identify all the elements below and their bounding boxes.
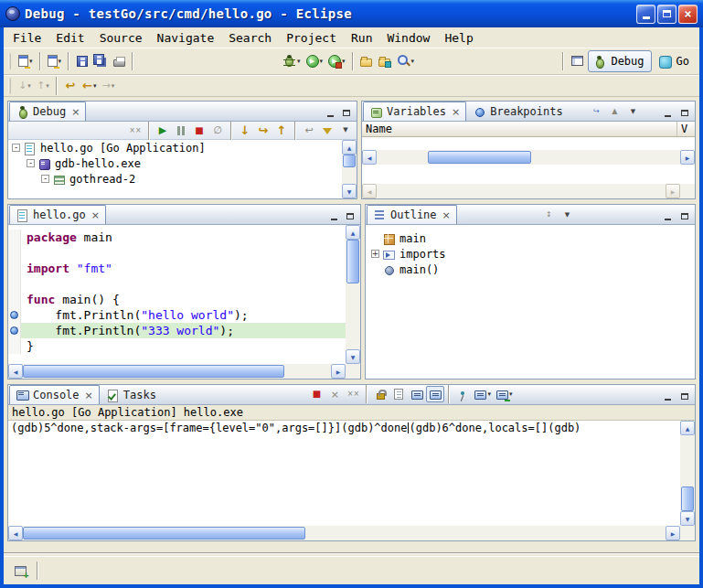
maximize-view-button[interactable] [677,209,692,222]
scroll-right-button[interactable]: ▶ [331,364,346,379]
scrollbar-thumb[interactable] [428,151,531,164]
tab-variables[interactable]: Variables× [363,102,466,121]
dropdown-icon[interactable]: ▾ [509,390,513,398]
show-stdout-button[interactable] [408,386,426,402]
scrollbar-track[interactable] [346,240,360,349]
use-step-filters-button[interactable] [318,123,336,139]
gutter-cell[interactable] [8,338,21,354]
view-menu-button[interactable]: ▼ [623,103,642,120]
scroll-up-button[interactable]: ▲ [680,421,695,435]
open-folder-button[interactable] [357,50,376,72]
menu-project[interactable]: Project [279,28,344,48]
code-line[interactable] [8,276,346,292]
back-button[interactable]: ←▾ [80,75,99,97]
save-button[interactable] [73,50,91,72]
scroll-down-button[interactable]: ▼ [680,511,695,526]
dropdown-icon[interactable]: ▾ [320,58,324,65]
external-tools-button[interactable]: ▶▾ [325,50,348,72]
scroll-left-button[interactable]: ◀ [8,526,23,540]
console-output[interactable]: (gdb)5^done,stack-args=[frame={level="0"… [8,421,680,526]
scroll-left-button[interactable]: ◀ [362,150,377,165]
menu-run[interactable]: Run [344,28,379,48]
code-line[interactable]: func main() { [8,292,346,307]
remove-launch-button[interactable]: × [325,386,344,402]
scrollbar-thumb[interactable] [343,155,356,167]
last-edit-location-button[interactable]: ↩ [61,75,80,97]
minimize-view-button[interactable] [326,209,341,222]
scrollbar-thumb[interactable] [23,365,284,378]
maximize-view-button[interactable] [677,390,692,402]
variables-horizontal-scrollbar[interactable]: ◀ ▶ [362,150,695,165]
remove-all-launches-button[interactable]: ×× [344,386,362,402]
run-button[interactable]: ▶▾ [304,50,326,72]
perspective-debug[interactable]: Debug [588,50,651,72]
display-selected-console-button[interactable]: ▾ [472,386,494,402]
scrollbar-thumb[interactable] [23,527,305,540]
debug-tree-item[interactable]: -gothread-2 [8,171,342,187]
dropdown-icon[interactable]: ▾ [59,58,62,65]
search-button[interactable]: ▾ [394,50,418,72]
toolbar-grip[interactable] [8,53,11,69]
tab-breakpoints[interactable]: Breakpoints [467,102,570,121]
editor-vertical-scrollbar[interactable]: ▲ ▼ [346,225,360,364]
forward-button[interactable]: →▾ [99,75,117,97]
debug-button[interactable]: ▾ [280,50,304,72]
scroll-down-button[interactable]: ▼ [342,184,357,198]
toolbar-grip[interactable] [8,78,11,94]
step-into-button[interactable]: ↓ [236,123,254,139]
maximize-view-button[interactable] [339,106,354,119]
collapse-all-button[interactable]: ▲ [605,103,623,120]
column-header-name[interactable]: Name [362,122,677,136]
terminate-button[interactable]: ■ [190,123,208,139]
minimize-view-button[interactable] [661,209,676,222]
collapse-icon[interactable]: - [27,159,35,167]
minimize-view-button[interactable] [323,106,337,119]
dropdown-icon[interactable]: ▾ [27,82,31,90]
print-button[interactable] [110,50,128,72]
menu-window[interactable]: Window [379,28,437,48]
scroll-down-button[interactable]: ▼ [346,349,360,364]
console-vertical-scrollbar[interactable]: ▲ ▼ [680,421,695,526]
view-menu-button[interactable]: ▼ [558,207,576,223]
gutter-cell[interactable] [8,323,21,338]
gutter-cell[interactable] [8,307,21,323]
import-folder-button[interactable] [376,50,394,72]
scroll-right-button[interactable]: ▶ [666,184,680,198]
tab-close-icon[interactable]: × [91,210,100,220]
code-line[interactable]: fmt.Println("333 world"); [8,323,346,338]
code-line[interactable]: package main [8,230,346,245]
resume-button[interactable]: ▶ [154,123,172,139]
menu-file[interactable]: File [5,28,48,48]
console-horizontal-scrollbar[interactable]: ◀ ▶ [8,526,680,540]
minimize-view-button[interactable] [661,390,676,402]
detail-horizontal-scrollbar[interactable]: ◀ ▶ [362,184,680,198]
scroll-up-button[interactable]: ▲ [342,140,357,155]
scroll-right-button[interactable]: ▶ [666,526,680,540]
scrollbar-track[interactable] [23,364,331,379]
outline-item[interactable]: +imports [366,246,695,262]
dropdown-icon[interactable]: ▾ [29,58,33,65]
variables-tree-area[interactable] [362,137,695,150]
gutter-cell[interactable] [8,245,21,261]
collapse-icon[interactable]: - [41,175,49,183]
scrollbar-track[interactable] [342,155,357,184]
variables-detail-pane[interactable] [362,165,695,184]
scroll-right-button[interactable]: ▶ [680,150,695,165]
close-button[interactable]: × [678,5,698,24]
tab-debug[interactable]: Debug× [9,102,86,121]
dropdown-icon[interactable]: ▾ [112,82,115,90]
step-over-button[interactable]: ↪ [254,123,272,139]
drop-to-frame-button[interactable]: ↩ [300,123,318,139]
code-line[interactable]: fmt.Println("hello world"); [8,307,346,323]
menu-navigate[interactable]: Navigate [150,28,222,48]
terminate-console-button[interactable]: ■ [307,386,325,402]
code-editor[interactable]: package mainimport "fmt"func main() { fm… [8,225,346,364]
open-console-button[interactable]: ▾ [494,386,516,402]
tab-tasks[interactable]: Tasks [101,385,164,404]
scrollbar-thumb[interactable] [346,240,359,283]
outline-item[interactable]: main() [366,262,695,277]
dropdown-icon[interactable]: ▾ [342,58,346,65]
pin-console-button[interactable] [453,386,472,402]
scroll-up-button[interactable]: ▲ [346,225,360,240]
gutter-cell[interactable] [8,276,21,292]
